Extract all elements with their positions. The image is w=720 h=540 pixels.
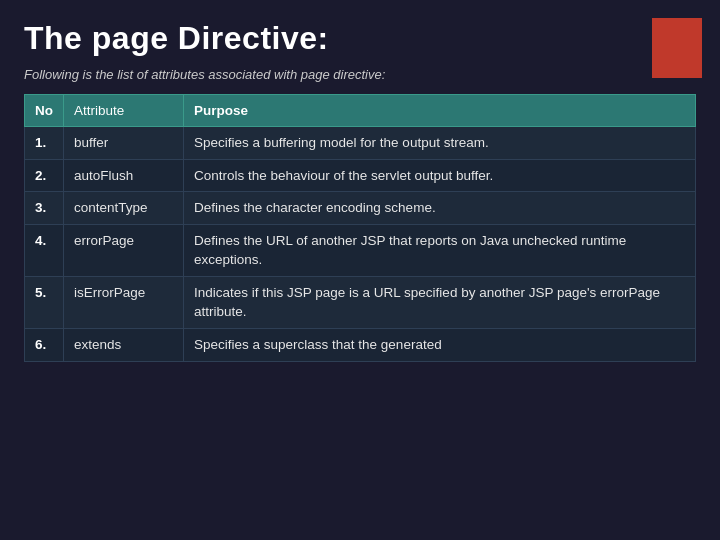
table-row: 4.errorPageDefines the URL of another JS… (25, 224, 696, 276)
table-row: 3.contentTypeDefines the character encod… (25, 192, 696, 225)
cell-purpose: Specifies a superclass that the generate… (184, 328, 696, 361)
table-row: 5.isErrorPageIndicates if this JSP page … (25, 276, 696, 328)
table-row: 6.extendsSpecifies a superclass that the… (25, 328, 696, 361)
slide-title: The page Directive: (24, 20, 696, 57)
cell-no: 1. (25, 127, 64, 160)
header-no: No (25, 95, 64, 127)
cell-purpose: Controls the behaviour of the servlet ou… (184, 159, 696, 192)
cell-purpose: Indicates if this JSP page is a URL spec… (184, 276, 696, 328)
cell-no: 3. (25, 192, 64, 225)
cell-attribute: contentType (64, 192, 184, 225)
table-header-row: No Attribute Purpose (25, 95, 696, 127)
cell-attribute: isErrorPage (64, 276, 184, 328)
header-attribute: Attribute (64, 95, 184, 127)
cell-no: 4. (25, 224, 64, 276)
cell-attribute: errorPage (64, 224, 184, 276)
cell-purpose: Defines the character encoding scheme. (184, 192, 696, 225)
accent-decoration (652, 18, 702, 78)
cell-purpose: Defines the URL of another JSP that repo… (184, 224, 696, 276)
cell-attribute: autoFlush (64, 159, 184, 192)
cell-attribute: buffer (64, 127, 184, 160)
table-row: 2.autoFlushControls the behaviour of the… (25, 159, 696, 192)
cell-attribute: extends (64, 328, 184, 361)
cell-no: 6. (25, 328, 64, 361)
cell-purpose: Specifies a buffering model for the outp… (184, 127, 696, 160)
cell-no: 5. (25, 276, 64, 328)
header-purpose: Purpose (184, 95, 696, 127)
attributes-table: No Attribute Purpose 1.bufferSpecifies a… (24, 94, 696, 362)
cell-no: 2. (25, 159, 64, 192)
slide: The page Directive: Following is the lis… (0, 0, 720, 540)
table-row: 1.bufferSpecifies a buffering model for … (25, 127, 696, 160)
slide-subtitle: Following is the list of attributes asso… (24, 67, 696, 82)
